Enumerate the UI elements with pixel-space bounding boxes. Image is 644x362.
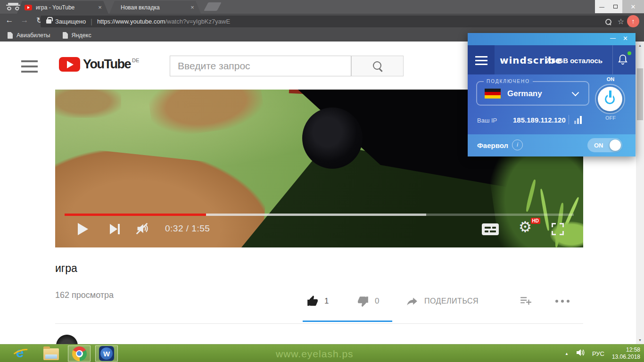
chevron-down-icon [572,89,579,97]
bookmark-label: Яндекс [72,32,91,39]
language-indicator[interactable]: РУС [592,350,604,357]
scrollbar-thumb[interactable] [637,68,643,120]
page-icon [8,32,13,39]
page-scrollbar[interactable]: ▲ ▼ [636,41,644,344]
divider [55,323,583,324]
like-count: 1 [324,296,329,306]
tab-youtube[interactable]: игра - YouTube × [17,1,108,14]
tab-title: Новая вкладка [121,4,189,11]
tab-close-icon[interactable]: × [96,4,104,11]
firewall-state-label: ON [594,142,603,149]
thumb-up-icon [306,295,319,307]
power-button[interactable] [598,87,622,111]
add-to-playlist-button[interactable] [519,295,533,307]
youtube-logo[interactable]: YouTube DE [59,57,139,72]
tab-close-icon[interactable]: × [189,4,196,11]
new-tab-button[interactable] [204,2,222,11]
dislike-button[interactable]: 0 [357,295,379,307]
muted-volume-icon[interactable] [133,221,150,239]
window-restore-button[interactable] [609,0,622,13]
playlist-add-icon [519,295,533,307]
volume-icon[interactable] [576,349,585,358]
firewall-toggle[interactable]: ON [587,138,622,152]
youtube-region-label: DE [132,58,139,63]
extension-button[interactable]: ↑ [627,15,639,27]
power-on-label: ON [597,76,624,82]
url-separator: | [91,18,92,25]
tab-new-tab[interactable]: Новая вкладка × [109,1,201,14]
menu-hamburger-button[interactable] [21,60,38,73]
progress-played [65,214,206,216]
like-button[interactable]: 1 [306,295,329,307]
taskbar: e W www.eyelash.ps ▲ РУС 12:58 13.06 [0,344,644,362]
windscribe-icon: W [99,346,114,361]
divider [612,45,613,74]
power-off-label: OFF [597,115,624,121]
more-actions-button[interactable] [555,300,570,303]
next-button[interactable] [110,224,122,234]
taskbar-chrome-button[interactable] [68,346,91,362]
bookmark-yandex[interactable]: Яндекс [63,32,91,39]
window-controls: — ✕ [595,0,644,13]
clock-date: 13.06.2018 [612,354,640,361]
settings-button[interactable]: ⚙ HD [519,220,537,237]
thumb-down-icon [357,295,369,307]
channel-avatar[interactable] [56,335,78,344]
url-path: /watch?v=yIgbKz7yawE [165,18,605,25]
progress-bar[interactable] [65,214,574,216]
info-icon[interactable]: i [512,140,523,150]
share-arrow-icon [405,295,419,307]
bookmark-aviabilety[interactable]: Авиабилеты [8,32,50,39]
share-button[interactable]: ПОДЕЛИТЬСЯ [405,295,479,307]
youtube-play-icon [59,57,80,72]
windscribe-menu-button[interactable] [468,45,495,74]
file-explorer-icon [43,348,59,360]
location-selector[interactable]: ПОДКЛЮЧЕНО Germany [476,81,589,106]
share-label: ПОДЕЛИТЬСЯ [424,297,479,305]
tray-expand-icon[interactable]: ▲ [565,352,569,356]
germany-flag-icon [485,89,501,99]
bookmark-star-icon[interactable]: ☆ [618,18,624,25]
data-remaining: 7.6 GB осталось [545,57,603,65]
system-tray: ▲ РУС 12:58 13.06.2018 [565,345,644,362]
chrome-icon [72,346,87,361]
search-input[interactable] [170,56,351,76]
ip-label: Ваш IP [477,117,497,124]
back-button[interactable]: ← [4,16,15,25]
toggle-knob [610,140,621,151]
power-icon-bar [609,90,611,98]
gear-icon: ⚙ [519,219,532,235]
clock[interactable]: 12:58 13.06.2018 [612,346,640,361]
windscribe-header: windscribe 7.6 GB осталось [468,45,636,74]
video-title: игра [55,262,77,275]
taskbar-windscribe-button[interactable]: W [95,346,118,362]
windscribe-minimize-button[interactable]: — [610,35,616,41]
connected-label: ПОДКЛЮЧЕНО [484,79,533,84]
play-button[interactable] [78,223,88,235]
browser-toolbar: ← → ↻ Защищено | https://www.youtube.com… [0,14,644,29]
scroll-down-icon[interactable]: ▼ [636,338,644,342]
firewall-label: Фаервол [477,141,508,149]
dislike-count: 0 [375,296,379,306]
scroll-up-icon[interactable]: ▲ [636,44,644,47]
forward-button[interactable]: → [19,16,30,25]
divider [569,115,569,124]
tab-title: игра - YouTube [36,4,96,11]
video-frame-dirt [55,90,121,118]
taskbar-ie-button[interactable]: e [10,346,33,362]
zoom-page-icon[interactable] [605,19,611,25]
taskbar-explorer-button[interactable] [40,346,62,362]
search-icon [372,61,383,71]
windscribe-popup: — ✕ windscribe 7.6 GB осталось ПОДКЛЮЧЕН… [468,33,636,156]
window-close-button[interactable]: ✕ [622,0,644,13]
windscribe-close-button[interactable]: ✕ [623,35,628,42]
search-button[interactable] [351,56,404,76]
signal-bars-icon[interactable] [574,116,583,124]
windscribe-titlebar: — ✕ [468,33,636,45]
window-minimize-button[interactable]: — [595,0,609,13]
address-bar[interactable]: Защищено | https://www.youtube.com /watc… [41,16,629,27]
restore-icon [613,5,618,8]
subtitles-button[interactable] [482,223,499,235]
fullscreen-button[interactable] [552,223,564,235]
hd-badge: HD [531,218,540,224]
